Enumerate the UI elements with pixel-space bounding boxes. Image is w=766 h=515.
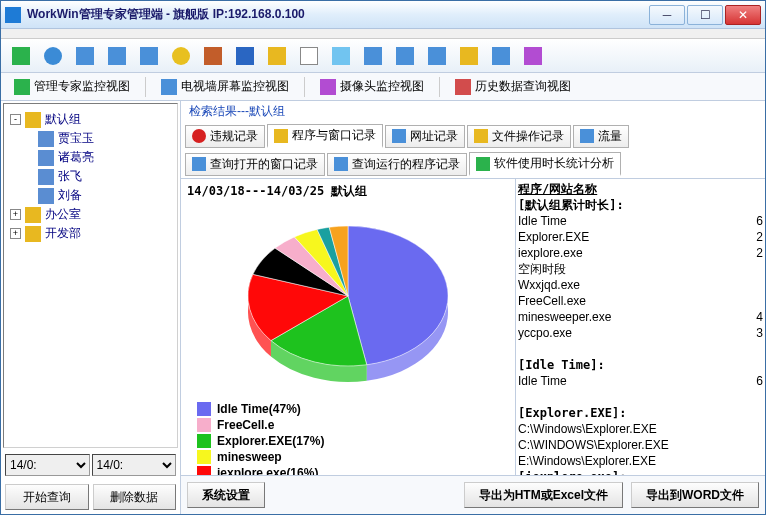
detail-row: minesweeper.exe4 bbox=[518, 309, 763, 325]
toolbar-icon-16[interactable] bbox=[487, 42, 515, 70]
close-button[interactable]: ✕ bbox=[725, 5, 761, 25]
toolbar-icon-4[interactable] bbox=[103, 42, 131, 70]
toolbar-icon-8[interactable] bbox=[231, 42, 259, 70]
titlebar: WorkWin管理专家管理端 - 旗舰版 IP:192.168.0.100 ─ … bbox=[1, 1, 765, 29]
tree-user[interactable]: 贾宝玉 bbox=[58, 130, 94, 147]
tab-url[interactable]: 网址记录 bbox=[385, 125, 465, 148]
tab-usage-stats[interactable]: 软件使用时长统计分析 bbox=[469, 152, 621, 176]
view-tab-camera[interactable]: 摄像头监控视图 bbox=[313, 75, 431, 98]
warning-icon bbox=[192, 129, 206, 143]
tree-user[interactable]: 诸葛亮 bbox=[58, 149, 94, 166]
pc-icon bbox=[38, 131, 54, 147]
toolbar-icon-17[interactable] bbox=[519, 42, 547, 70]
delete-data-button[interactable]: 删除数据 bbox=[93, 484, 177, 510]
minimize-button[interactable]: ─ bbox=[649, 5, 685, 25]
toolbar-icon-5[interactable] bbox=[135, 42, 163, 70]
toolbar-icon-1[interactable] bbox=[7, 42, 35, 70]
user-tree[interactable]: -默认组 贾宝玉 诸葛亮 张飞 刘备 +办公室 +开发部 bbox=[3, 103, 178, 448]
start-query-button[interactable]: 开始查询 bbox=[5, 484, 89, 510]
pie-chart bbox=[228, 206, 468, 396]
window-title: WorkWin管理专家管理端 - 旗舰版 IP:192.168.0.100 bbox=[27, 6, 649, 23]
tab-file-ops[interactable]: 文件操作记录 bbox=[467, 125, 571, 148]
file-icon bbox=[474, 129, 488, 143]
group-icon bbox=[25, 226, 41, 242]
detail-panel[interactable]: 程序/网站名称 [默认组累计时长]:Idle Time6Explorer.EXE… bbox=[515, 179, 765, 475]
detail-row: FreeCell.exe bbox=[518, 293, 763, 309]
app-icon bbox=[5, 7, 21, 23]
view-tab-label: 管理专家监控视图 bbox=[34, 78, 130, 95]
expand-icon[interactable]: + bbox=[10, 209, 21, 220]
detail-row: C:\Windows\Explorer.EXE bbox=[518, 421, 763, 437]
date-from[interactable]: 14/0: bbox=[5, 454, 90, 476]
tree-root-label[interactable]: 默认组 bbox=[45, 111, 81, 128]
export-word-button[interactable]: 导出到WORD文件 bbox=[631, 482, 759, 508]
view-tab-label: 历史数据查询视图 bbox=[475, 78, 571, 95]
tab-program-window[interactable]: 程序与窗口记录 bbox=[267, 124, 383, 148]
toolbar-icon-14[interactable] bbox=[423, 42, 451, 70]
tab-row-2: 查询打开的窗口记录 查询运行的程序记录 软件使用时长统计分析 bbox=[181, 150, 765, 178]
detail-row: iexplore.exe2 bbox=[518, 245, 763, 261]
view-tabs: 管理专家监控视图 电视墙屏幕监控视图 摄像头监控视图 历史数据查询视图 bbox=[1, 73, 765, 101]
settings-button[interactable]: 系统设置 bbox=[187, 482, 265, 508]
detail-row: E:\Windows\Explorer.EXE bbox=[518, 453, 763, 469]
tree-group[interactable]: 办公室 bbox=[45, 206, 81, 223]
date-to[interactable]: 14/0: bbox=[92, 454, 177, 476]
detail-row: Explorer.EXE2 bbox=[518, 229, 763, 245]
detail-row: Idle Time6 bbox=[518, 373, 763, 389]
tree-group[interactable]: 开发部 bbox=[45, 225, 81, 242]
web-icon bbox=[392, 129, 406, 143]
detail-section-title: [Idle Time]: bbox=[518, 357, 763, 373]
view-tab-tvwall[interactable]: 电视墙屏幕监控视图 bbox=[154, 75, 296, 98]
toolbar-icon-3[interactable] bbox=[71, 42, 99, 70]
chart-icon bbox=[476, 157, 490, 171]
detail-section-title: [Explorer.EXE]: bbox=[518, 405, 763, 421]
view-tab-monitor[interactable]: 管理专家监控视图 bbox=[7, 75, 137, 98]
expand-icon[interactable]: - bbox=[10, 114, 21, 125]
search-result-label: 检索结果---默认组 bbox=[181, 101, 765, 122]
toolbar-icon-7[interactable] bbox=[199, 42, 227, 70]
tab-query-programs[interactable]: 查询运行的程序记录 bbox=[327, 153, 467, 176]
detail-row: Wxxjqd.exe bbox=[518, 277, 763, 293]
toolbar-icon-12[interactable] bbox=[359, 42, 387, 70]
detail-row: Idle Time6 bbox=[518, 213, 763, 229]
toolbar-icon-15[interactable] bbox=[455, 42, 483, 70]
legend-item: iexplore.exe(16%) bbox=[197, 466, 347, 475]
legend-item: minesweep bbox=[197, 450, 347, 464]
detail-row: 空闲时段 bbox=[518, 261, 763, 277]
window-icon bbox=[274, 129, 288, 143]
right-panel: 检索结果---默认组 违规记录 程序与窗口记录 网址记录 文件操作记录 流量 查… bbox=[181, 101, 765, 514]
expand-icon[interactable]: + bbox=[10, 228, 21, 239]
footer-bar: 系统设置 导出为HTM或Excel文件 导出到WORD文件 bbox=[181, 475, 765, 514]
group-icon bbox=[25, 207, 41, 223]
detail-section-title: [默认组累计时长]: bbox=[518, 197, 763, 213]
tab-row-1: 违规记录 程序与窗口记录 网址记录 文件操作记录 流量 bbox=[181, 122, 765, 150]
toolbar-icon-10[interactable] bbox=[295, 42, 323, 70]
toolbar-icon-9[interactable] bbox=[263, 42, 291, 70]
detail-header: 程序/网站名称 bbox=[518, 181, 763, 197]
tab-query-windows[interactable]: 查询打开的窗口记录 bbox=[185, 153, 325, 176]
monitor-icon bbox=[14, 79, 30, 95]
tree-user[interactable]: 刘备 bbox=[58, 187, 82, 204]
tree-user[interactable]: 张飞 bbox=[58, 168, 82, 185]
camera-icon bbox=[320, 79, 336, 95]
query-icon bbox=[334, 157, 348, 171]
tab-violation[interactable]: 违规记录 bbox=[185, 125, 265, 148]
export-html-button[interactable]: 导出为HTM或Excel文件 bbox=[464, 482, 623, 508]
toolbar-icon-13[interactable] bbox=[391, 42, 419, 70]
detail-row: yccpo.exe3 bbox=[518, 325, 763, 341]
view-tab-label: 摄像头监控视图 bbox=[340, 78, 424, 95]
toolbar-icon-6[interactable] bbox=[167, 42, 195, 70]
chart-panel: 14/03/18---14/03/25 默认组 Idle Time(47%)Fr… bbox=[181, 179, 515, 475]
view-tab-history[interactable]: 历史数据查询视图 bbox=[448, 75, 578, 98]
legend-item: Idle Time(47%) bbox=[197, 402, 347, 416]
menubar bbox=[1, 29, 765, 39]
group-icon bbox=[25, 112, 41, 128]
chart-legend: Idle Time(47%)FreeCell.eExplorer.EXE(17%… bbox=[187, 402, 509, 475]
tab-traffic[interactable]: 流量 bbox=[573, 125, 629, 148]
toolbar-icon-2[interactable] bbox=[39, 42, 67, 70]
history-icon bbox=[455, 79, 471, 95]
maximize-button[interactable]: ☐ bbox=[687, 5, 723, 25]
pc-icon bbox=[38, 188, 54, 204]
left-panel: -默认组 贾宝玉 诸葛亮 张飞 刘备 +办公室 +开发部 14/0: 14/0:… bbox=[1, 101, 181, 514]
toolbar-icon-11[interactable] bbox=[327, 42, 355, 70]
